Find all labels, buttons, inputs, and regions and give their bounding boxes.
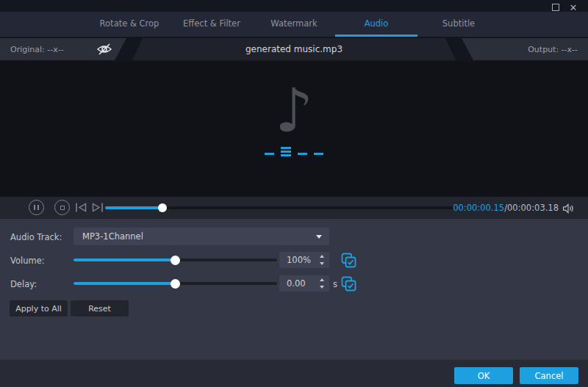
delay-increase-arrow[interactable]	[320, 278, 324, 281]
hide-original-eye-icon[interactable]	[96, 43, 113, 56]
volume-decrease-arrow[interactable]	[320, 262, 324, 265]
maximize-icon	[552, 4, 559, 11]
audio-track-dropdown[interactable]: MP3-1Channel	[74, 228, 329, 245]
volume-value: 100%	[287, 252, 311, 268]
filename: generated music.mp3	[245, 44, 343, 54]
player-controls-bar: 00:00:00.15/00:00:03.18	[0, 197, 588, 219]
seek-slider-handle[interactable]	[158, 203, 167, 212]
tab-watermark[interactable]: Watermark	[253, 12, 335, 37]
audio-track-value: MP3-1Channel	[82, 228, 143, 245]
volume-slider[interactable]	[74, 258, 277, 261]
original-label: Original: --x--	[10, 45, 64, 54]
volume-speaker-icon[interactable]	[562, 203, 575, 213]
chevron-down-icon	[316, 235, 322, 239]
seek-slider-fill	[105, 206, 162, 209]
delay-slider-handle[interactable]	[171, 279, 180, 289]
current-time: 00:00:00.15	[453, 203, 504, 213]
ok-button[interactable]: OK	[454, 367, 513, 384]
volume-slider-handle[interactable]	[171, 256, 180, 265]
delay-value: 0.00	[287, 275, 306, 292]
volume-increase-arrow[interactable]	[320, 255, 324, 258]
delay-decrease-arrow[interactable]	[320, 286, 324, 289]
preview-area: ♪	[0, 62, 588, 197]
output-label: Output: --x--	[528, 45, 578, 54]
apply-to-all-button[interactable]: Apply to All	[10, 300, 68, 317]
reset-button[interactable]: Reset	[71, 300, 129, 317]
delay-apply-to-all-icon[interactable]	[341, 276, 356, 292]
pause-icon	[34, 205, 39, 210]
footer-bar: OK Cancel	[0, 360, 588, 387]
stop-button[interactable]	[54, 200, 70, 215]
pause-button[interactable]	[29, 200, 44, 215]
delay-slider-fill	[74, 282, 176, 285]
delay-label: Delay:	[10, 279, 37, 289]
audio-settings-panel: Audio Track: MP3-1Channel Volume: 100% D…	[0, 219, 588, 360]
audio-track-label: Audio Track:	[10, 232, 62, 242]
volume-apply-to-all-icon[interactable]	[341, 253, 356, 268]
filename-segment: generated music.mp3	[132, 38, 456, 60]
total-time: 00:00:03.18	[507, 203, 559, 213]
preview-header: Original: --x-- generated music.mp3 Outp…	[0, 37, 588, 62]
audio-equalizer-icon	[265, 147, 323, 156]
previous-frame-icon	[75, 202, 87, 213]
stop-icon	[60, 206, 65, 210]
seek-slider[interactable]	[105, 206, 454, 209]
delay-unit: s	[333, 279, 337, 289]
tab-audio[interactable]: Audio	[335, 12, 417, 37]
delay-spinner[interactable]: 0.00	[279, 275, 329, 292]
next-frame-icon	[91, 202, 104, 213]
close-button[interactable]: ✕	[567, 2, 579, 12]
previous-frame-button[interactable]	[75, 202, 87, 213]
maximize-button[interactable]	[550, 2, 562, 12]
tab-subtitle[interactable]: Subtitle	[417, 12, 500, 37]
title-bar: ✕	[0, 0, 588, 12]
tab-rotate-crop[interactable]: Rotate & Crop	[88, 12, 171, 37]
output-label-segment: Output: --x--	[462, 38, 588, 60]
cancel-button[interactable]: Cancel	[520, 367, 578, 384]
delay-slider[interactable]	[74, 282, 277, 285]
time-display: 00:00:00.15/00:00:03.18	[453, 203, 559, 213]
tab-effect-filter[interactable]: Effect & Filter	[171, 12, 253, 37]
volume-label: Volume:	[10, 256, 45, 266]
tab-bar: Rotate & Crop Effect & Filter Watermark …	[0, 12, 588, 37]
volume-spinner[interactable]: 100%	[279, 252, 329, 268]
volume-slider-fill	[74, 258, 176, 261]
music-note-icon: ♪	[0, 81, 588, 141]
next-frame-button[interactable]	[91, 202, 104, 213]
